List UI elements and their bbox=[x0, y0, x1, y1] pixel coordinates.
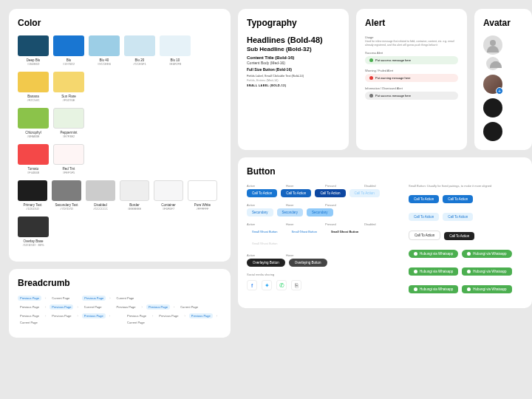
breadcrumb-card: Breadcrumb Previous Page›Current PagePre… bbox=[9, 269, 231, 338]
add-badge-icon[interactable]: + bbox=[496, 87, 503, 95]
whatsapp-button-pill[interactable]: Hubungi via Whatsapp bbox=[462, 250, 511, 258]
breadcrumb-prev[interactable]: Previous Page bbox=[82, 313, 106, 318]
breadcrumb-prev[interactable]: Previous Page bbox=[82, 296, 106, 301]
breadcrumb-prev[interactable]: Previous Page bbox=[18, 304, 41, 310]
avatar-dark bbox=[483, 122, 502, 141]
check-icon bbox=[369, 58, 373, 62]
overlay-button-hover[interactable]: Overlaying Button bbox=[289, 259, 327, 267]
breadcrumb-prev[interactable]: Previous Page bbox=[50, 313, 73, 318]
breadcrumb-prev[interactable]: Previous Page bbox=[50, 304, 73, 310]
black-button[interactable]: Call To Action bbox=[444, 232, 474, 240]
cta-button-hover[interactable]: Call To Action bbox=[281, 189, 311, 197]
info-label: Information / Dismissed Alert bbox=[365, 86, 458, 90]
secondary-button-hover[interactable]: Secondary bbox=[277, 208, 304, 216]
facebook-icon[interactable]: f bbox=[247, 280, 257, 290]
typography-card: Typography Headlines (Bold-48) Sub Headl… bbox=[238, 9, 349, 150]
headline-sample: Headlines (Bold-48) bbox=[247, 35, 340, 44]
breadcrumb-trail: Previous Page›Previous Page›Current Page bbox=[115, 304, 201, 310]
whatsapp-button[interactable]: Hubungi via Whatsapp bbox=[409, 267, 458, 276]
avatar-photo: + bbox=[483, 75, 502, 94]
breadcrumb-current: Current Page bbox=[115, 296, 137, 301]
color-swatch: Blu#1976D2 bbox=[53, 35, 84, 66]
ghost-button-hover[interactable]: Small Ghost Button bbox=[286, 228, 321, 236]
link-icon[interactable]: ⎘ bbox=[291, 280, 301, 290]
field-label-sample: Fields Label, Small Clickable Text (Bold… bbox=[247, 74, 340, 78]
breadcrumb-prev[interactable]: Previous Page bbox=[157, 313, 180, 318]
color-title: Color bbox=[18, 18, 222, 28]
whatsapp-button-pill[interactable]: Hubungi via Whatsapp bbox=[409, 250, 458, 258]
info-icon bbox=[369, 94, 373, 98]
alert-title: Alert bbox=[365, 18, 458, 28]
breadcrumb-prev[interactable]: Previous Page bbox=[18, 296, 41, 301]
secondary-button-active[interactable]: Secondary bbox=[247, 208, 273, 216]
color-swatch: Blu 10#E6F2F8 bbox=[160, 35, 191, 66]
warning-alert: Put warning message here bbox=[365, 74, 458, 82]
whatsapp-button[interactable]: Hubungi via Whatsapp bbox=[462, 285, 511, 293]
small-label-sample: SMALL LABEL (BOLD-12) bbox=[247, 84, 340, 87]
breadcrumb-prev[interactable]: Previous Page bbox=[18, 313, 41, 318]
color-swatch: Pure White#FFFFFF bbox=[188, 180, 217, 211]
social-label: Social media sharing bbox=[247, 273, 400, 276]
subheadline-sample: Sub Headline (Bold-32) bbox=[247, 46, 340, 52]
small-cta[interactable]: Call To Action bbox=[443, 195, 473, 203]
twitter-icon[interactable]: ✦ bbox=[262, 280, 272, 290]
ghost-button-pressed[interactable]: Small Ghost Button bbox=[326, 228, 364, 236]
breadcrumb-prev[interactable]: Previous Page bbox=[146, 304, 170, 310]
small-button-note: Small Button: Usually for fixed pairings… bbox=[409, 184, 523, 188]
cta-button-active[interactable]: Call To Action bbox=[247, 189, 277, 197]
color-swatch: Secondary Text#7D7D7D bbox=[52, 180, 81, 211]
avatar-title: Avatar bbox=[483, 18, 523, 28]
content-body-sample: Content Body (Med-16) bbox=[247, 61, 340, 65]
typography-title: Typography bbox=[247, 18, 340, 28]
alert-card: Alert Usage Used for inline message that… bbox=[356, 9, 467, 150]
breadcrumb-current: Current Page bbox=[82, 304, 104, 310]
color-swatch: Peppermint#E7F3E2 bbox=[53, 108, 84, 138]
success-alert: Put success message here bbox=[365, 56, 458, 64]
breadcrumb-title: Breadcrumb bbox=[18, 278, 222, 288]
ghost-button-active[interactable]: Small Ghost Button bbox=[247, 228, 282, 236]
color-card: Color Deep Blu#194E6DBlu#1976D2Blu 40#9C… bbox=[9, 9, 231, 262]
breadcrumb-current: Current Page bbox=[50, 296, 72, 301]
color-swatch: Blu 40#9CCEE6 bbox=[89, 35, 120, 66]
content-title-sample: Content Title (Bold-16) bbox=[247, 55, 340, 60]
white-button[interactable]: Call To Action bbox=[409, 231, 440, 240]
alert-icon bbox=[369, 76, 373, 80]
color-swatch: Blu 20#CCE5F1 bbox=[124, 35, 155, 66]
breadcrumb-prev[interactable]: Previous Page bbox=[125, 313, 149, 318]
whatsapp-icon[interactable]: ✆ bbox=[276, 280, 287, 290]
info-alert: Put success message here bbox=[365, 92, 458, 100]
whatsapp-button[interactable]: Hubungi via Whatsapp bbox=[409, 285, 458, 293]
breadcrumb-prev[interactable]: Previous Page bbox=[115, 304, 138, 310]
warning-label: Warning / Failed Alert bbox=[365, 69, 458, 72]
usage-desc: Used for inline message that related to … bbox=[365, 40, 458, 47]
breadcrumb-current: Current Page bbox=[18, 320, 40, 325]
color-swatch: Chlorophyl#6FAB3E bbox=[18, 108, 49, 138]
cta-button-pressed[interactable]: Call To Action bbox=[315, 189, 345, 197]
secondary-button-pressed[interactable]: Secondary bbox=[307, 208, 333, 216]
color-swatch: Sun Flare#F5D76E bbox=[53, 72, 84, 102]
field-entries-sample: Fields, Entries (Med-14) bbox=[247, 78, 340, 82]
button-card: Button ActiveHoverPressedDisabled Call T… bbox=[238, 157, 532, 308]
avatar-placeholder bbox=[483, 35, 502, 55]
color-swatch: Overlay Base#1D1D1D · 80% bbox=[18, 216, 49, 247]
avatar-card: Avatar + bbox=[474, 9, 532, 150]
ghost-button-disabled: Small Ghost Button bbox=[247, 239, 282, 248]
breadcrumb-trail: Previous Page›Current Page bbox=[82, 296, 136, 301]
small-sec[interactable]: Call To Action bbox=[443, 213, 473, 221]
color-swatch: Disabled#CCCCCC bbox=[86, 180, 115, 211]
button-title: Button bbox=[247, 166, 523, 177]
color-swatch: Deep Blu#194E6D bbox=[18, 35, 49, 66]
breadcrumb-trail: Previous Page›Previous Page›Previous Pag… bbox=[125, 313, 222, 325]
breadcrumb-current: Current Page bbox=[178, 304, 200, 310]
small-sec[interactable]: Call To Action bbox=[409, 213, 439, 221]
breadcrumb-trail: Previous Page›Current Page bbox=[18, 296, 72, 301]
breadcrumb-prev[interactable]: Previous Page bbox=[189, 313, 213, 318]
breadcrumb-current: Current Page bbox=[125, 320, 147, 325]
color-swatch: Container#F6F6F7 bbox=[154, 180, 183, 211]
whatsapp-button[interactable]: Hubungi via Whatsapp bbox=[462, 267, 511, 276]
overlay-button-active[interactable]: Overlaying Button bbox=[247, 259, 285, 267]
color-swatch: Border#EEEEEE bbox=[120, 180, 149, 211]
small-cta[interactable]: Call To Action bbox=[409, 195, 439, 203]
avatar-placeholder-small bbox=[486, 57, 499, 70]
breadcrumb-trail: Previous Page›Previous Page›Current Page bbox=[18, 304, 104, 310]
